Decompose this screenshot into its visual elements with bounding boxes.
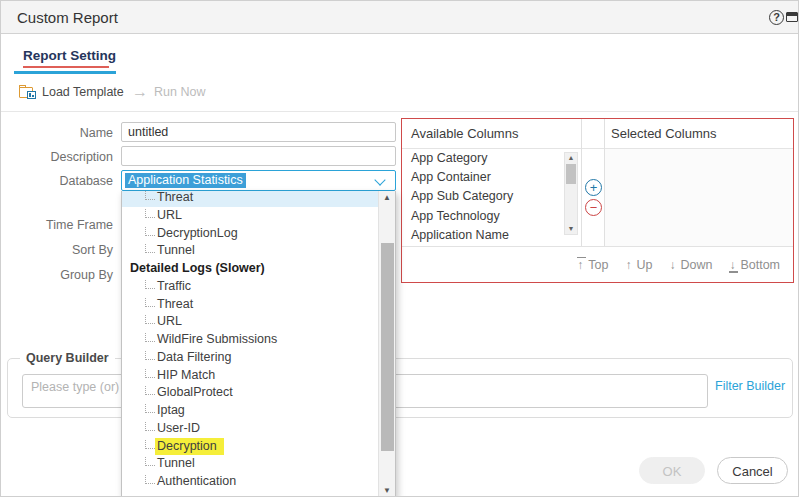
tree-branch-icon (145, 369, 155, 378)
tree-branch-icon (145, 227, 155, 236)
scrollbar-thumb[interactable] (566, 164, 576, 184)
panel-divider (581, 119, 582, 246)
selected-columns-list[interactable] (605, 149, 793, 246)
move-up-button[interactable]: ↑ Up (625, 258, 652, 272)
tree-branch-icon (145, 386, 155, 395)
tree-branch-icon (145, 333, 155, 342)
tree-branch-icon (145, 404, 155, 413)
query-builder-legend: Query Builder (20, 351, 115, 365)
available-column-item[interactable]: App Container (402, 168, 564, 187)
tree-branch-icon (145, 351, 155, 360)
filter-builder-link[interactable]: Filter Builder (715, 379, 785, 393)
dropdown-group-header: Detailed Logs (Slower) (122, 260, 380, 278)
column-order-toolbar: ↑ Top ↑ Up ↓ Down ↓ Bottom (402, 246, 793, 282)
dropdown-option[interactable]: Threat (122, 191, 380, 207)
available-column-item[interactable]: App Technology (402, 207, 564, 226)
available-columns-list: App Category App Container App Sub Categ… (402, 149, 564, 245)
dropdown-option[interactable]: Traffic (122, 278, 380, 296)
scroll-up-icon[interactable]: ▲ (565, 153, 577, 163)
move-bottom-label: Bottom (740, 258, 780, 272)
available-columns-header: Available Columns (411, 126, 518, 141)
tree-branch-icon (145, 280, 155, 289)
move-top-label: Top (588, 258, 608, 272)
selected-columns-header: Selected Columns (611, 126, 717, 141)
description-input[interactable] (121, 146, 396, 166)
dropdown-scrollbar[interactable]: ▲ ▼ (378, 191, 395, 497)
load-template-button[interactable]: Load Template (19, 85, 124, 99)
description-label: Description (1, 150, 113, 164)
custom-report-dialog: Custom Report ? Report Setting Load Temp… (0, 0, 799, 497)
available-column-item[interactable]: Application Name (402, 226, 564, 245)
tab-report-setting[interactable]: Report Setting (23, 48, 116, 63)
sort-by-label: Sort By (1, 243, 113, 257)
name-label: Name (1, 126, 113, 140)
dropdown-option[interactable]: User-ID (122, 420, 380, 438)
available-column-item[interactable]: App Category (402, 149, 564, 168)
dropdown-option[interactable]: URL (122, 207, 380, 225)
dropdown-option[interactable]: Tunnel (122, 242, 380, 260)
time-frame-label: Time Frame (1, 218, 113, 232)
load-template-folder-icon (19, 85, 36, 99)
dropdown-option[interactable]: Data Filtering (122, 349, 380, 367)
move-up-label: Up (636, 258, 652, 272)
add-column-button[interactable]: + (585, 179, 602, 196)
tree-branch-icon (145, 315, 155, 324)
move-down-button[interactable]: ↓ Down (669, 258, 712, 272)
columns-panel: Available Columns Selected Columns App C… (401, 118, 794, 283)
help-icon[interactable]: ? (769, 10, 784, 25)
move-bottom-icon: ↓ (729, 259, 735, 271)
dropdown-option[interactable]: GlobalProtect (122, 384, 380, 402)
ok-button[interactable]: OK (639, 457, 705, 484)
dropdown-option[interactable]: WildFire Submissions (122, 331, 380, 349)
dropdown-option-decryption[interactable]: Decryption (122, 438, 380, 456)
tree-branch-icon (145, 457, 155, 466)
move-top-button[interactable]: ↑ Top (577, 258, 608, 272)
group-by-label: Group By (1, 268, 113, 282)
name-input[interactable] (121, 122, 396, 142)
tree-branch-icon (145, 422, 155, 431)
tree-branch-icon (145, 440, 155, 449)
dialog-title: Custom Report (17, 1, 118, 34)
move-bottom-button[interactable]: ↓ Bottom (729, 258, 780, 272)
move-down-label: Down (680, 258, 712, 272)
scrollbar-thumb[interactable] (381, 243, 394, 451)
dropdown-option[interactable]: Authentication (122, 473, 380, 491)
run-now-arrow-icon: → (132, 85, 148, 99)
available-column-item[interactable]: App Sub Category (402, 187, 564, 206)
dropdown-option[interactable]: Threat (122, 296, 380, 314)
dialog-titlebar: Custom Report ? (1, 1, 799, 34)
scroll-down-icon[interactable]: ▼ (565, 224, 577, 234)
panel-divider (604, 119, 605, 246)
remove-column-button[interactable]: − (585, 199, 602, 216)
database-label: Database (1, 174, 113, 188)
run-now-button[interactable]: → Run Now (132, 85, 205, 99)
active-tab-indicator (14, 71, 116, 74)
yellow-highlight: Decryption (155, 438, 224, 455)
chevron-down-icon (374, 174, 385, 185)
toolbar-divider (1, 111, 799, 112)
annotation-red-underline (23, 66, 109, 68)
window-dock-icon[interactable] (786, 12, 798, 22)
available-columns-scrollbar[interactable]: ▲ ▼ (564, 152, 578, 235)
tree-branch-icon (145, 209, 155, 218)
tree-branch-icon (145, 244, 155, 253)
dropdown-option[interactable]: Iptag (122, 402, 380, 420)
dropdown-option[interactable]: Tunnel (122, 455, 380, 473)
tree-branch-icon (145, 298, 155, 307)
dropdown-option[interactable]: DecryptionLog (122, 225, 380, 243)
move-top-icon: ↑ (577, 259, 583, 271)
scroll-up-icon[interactable]: ▲ (379, 191, 395, 205)
move-up-icon: ↑ (625, 259, 631, 271)
run-now-label: Run Now (154, 85, 205, 99)
tree-branch-icon (145, 191, 155, 200)
dropdown-option[interactable]: URL (122, 313, 380, 331)
dropdown-option[interactable]: HIP Match (122, 367, 380, 385)
scroll-down-icon[interactable]: ▼ (379, 484, 395, 497)
database-select[interactable]: Application Statistics (121, 170, 396, 191)
tree-branch-icon (145, 475, 155, 484)
database-selected-value: Application Statistics (125, 173, 246, 188)
database-dropdown-list: Threat URL DecryptionLog Tunnel Detailed… (122, 191, 380, 491)
cancel-button[interactable]: Cancel (717, 457, 788, 484)
move-down-icon: ↓ (669, 259, 675, 271)
database-dropdown: Threat URL DecryptionLog Tunnel Detailed… (121, 191, 396, 497)
